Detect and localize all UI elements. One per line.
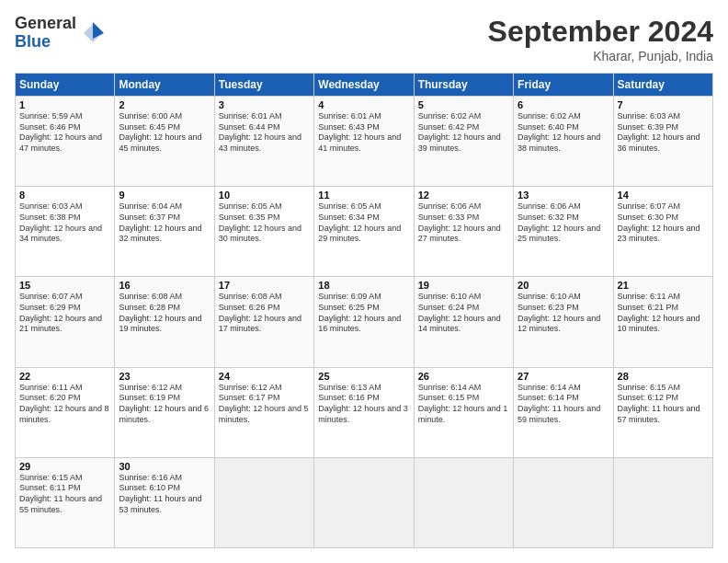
logo-icon [80, 20, 106, 46]
day-number: 8 [19, 190, 110, 201]
col-tuesday: Tuesday [214, 74, 313, 97]
day-number: 22 [19, 371, 110, 382]
day-info: Sunrise: 6:12 AMSunset: 6:17 PMDaylight:… [219, 383, 310, 426]
logo-general: General [15, 15, 76, 33]
day-number: 19 [418, 280, 509, 291]
table-row: 10Sunrise: 6:05 AMSunset: 6:35 PMDayligh… [214, 187, 313, 277]
day-info: Sunrise: 6:01 AMSunset: 6:43 PMDaylight:… [318, 111, 409, 155]
table-row: 17Sunrise: 6:08 AMSunset: 6:26 PMDayligh… [214, 277, 313, 367]
day-number: 5 [418, 99, 509, 110]
day-info: Sunrise: 6:14 AMSunset: 6:15 PMDaylight:… [418, 383, 509, 426]
day-info: Sunrise: 6:00 AMSunset: 6:45 PMDaylight:… [119, 111, 210, 155]
day-info: Sunrise: 6:12 AMSunset: 6:19 PMDaylight:… [119, 383, 210, 426]
day-info: Sunrise: 6:01 AMSunset: 6:44 PMDaylight:… [219, 111, 310, 155]
table-row: 25Sunrise: 6:13 AMSunset: 6:16 PMDayligh… [314, 367, 414, 457]
day-number: 26 [418, 371, 509, 382]
table-row [314, 457, 414, 547]
day-info: Sunrise: 6:04 AMSunset: 6:37 PMDaylight:… [119, 201, 210, 245]
calendar-row: 8Sunrise: 6:03 AMSunset: 6:38 PMDaylight… [16, 187, 713, 277]
day-number: 18 [318, 280, 409, 291]
table-row: 16Sunrise: 6:08 AMSunset: 6:28 PMDayligh… [115, 277, 214, 367]
day-info: Sunrise: 6:06 AMSunset: 6:32 PMDaylight:… [518, 201, 609, 245]
table-row: 15Sunrise: 6:07 AMSunset: 6:29 PMDayligh… [16, 277, 115, 367]
day-number: 20 [518, 280, 609, 291]
title-block: September 2024 Kharar, Punjab, India [488, 15, 713, 63]
day-info: Sunrise: 6:07 AMSunset: 6:30 PMDaylight:… [618, 201, 709, 245]
table-row [613, 457, 712, 547]
day-number: 28 [618, 371, 709, 382]
day-number: 29 [19, 461, 110, 472]
day-number: 14 [618, 190, 709, 201]
day-info: Sunrise: 6:10 AMSunset: 6:23 PMDaylight:… [518, 292, 609, 335]
day-number: 2 [119, 99, 210, 110]
calendar-row: 29Sunrise: 6:15 AMSunset: 6:11 PMDayligh… [16, 457, 713, 547]
table-row [514, 457, 613, 547]
col-friday: Friday [514, 74, 613, 97]
table-row: 18Sunrise: 6:09 AMSunset: 6:25 PMDayligh… [314, 277, 414, 367]
day-number: 9 [119, 190, 210, 201]
day-number: 4 [318, 99, 409, 110]
day-number: 23 [119, 371, 210, 382]
day-info: Sunrise: 5:59 AMSunset: 6:46 PMDaylight:… [19, 111, 110, 155]
day-info: Sunrise: 6:06 AMSunset: 6:33 PMDaylight:… [418, 201, 509, 245]
logo-blue: Blue [15, 33, 76, 52]
calendar-row: 15Sunrise: 6:07 AMSunset: 6:29 PMDayligh… [16, 277, 713, 367]
table-row: 4Sunrise: 6:01 AMSunset: 6:43 PMDaylight… [314, 97, 414, 187]
day-number: 30 [119, 461, 210, 472]
day-info: Sunrise: 6:02 AMSunset: 6:40 PMDaylight:… [518, 111, 609, 155]
day-number: 7 [618, 99, 709, 110]
day-info: Sunrise: 6:07 AMSunset: 6:29 PMDaylight:… [19, 292, 110, 335]
day-number: 13 [518, 190, 609, 201]
day-number: 10 [219, 190, 310, 201]
day-info: Sunrise: 6:16 AMSunset: 6:10 PMDaylight:… [119, 473, 210, 516]
calendar-header-row: Sunday Monday Tuesday Wednesday Thursday… [16, 74, 713, 97]
day-info: Sunrise: 6:10 AMSunset: 6:24 PMDaylight:… [418, 292, 509, 335]
header: General Blue September 2024 Kharar, Punj… [15, 15, 713, 63]
table-row: 5Sunrise: 6:02 AMSunset: 6:42 PMDaylight… [414, 97, 513, 187]
day-number: 1 [19, 99, 110, 110]
table-row: 7Sunrise: 6:03 AMSunset: 6:39 PMDaylight… [613, 97, 712, 187]
calendar-table: Sunday Monday Tuesday Wednesday Thursday… [15, 73, 713, 548]
day-number: 17 [219, 280, 310, 291]
day-info: Sunrise: 6:13 AMSunset: 6:16 PMDaylight:… [318, 383, 409, 426]
table-row: 21Sunrise: 6:11 AMSunset: 6:21 PMDayligh… [613, 277, 712, 367]
col-sunday: Sunday [16, 74, 115, 97]
day-number: 15 [19, 280, 110, 291]
table-row: 13Sunrise: 6:06 AMSunset: 6:32 PMDayligh… [514, 187, 613, 277]
page: General Blue September 2024 Kharar, Punj… [0, 0, 728, 563]
col-thursday: Thursday [414, 74, 513, 97]
day-number: 27 [518, 371, 609, 382]
table-row: 12Sunrise: 6:06 AMSunset: 6:33 PMDayligh… [414, 187, 513, 277]
month-title: September 2024 [488, 15, 713, 49]
day-number: 3 [219, 99, 310, 110]
col-saturday: Saturday [613, 74, 712, 97]
table-row: 22Sunrise: 6:11 AMSunset: 6:20 PMDayligh… [16, 367, 115, 457]
table-row: 23Sunrise: 6:12 AMSunset: 6:19 PMDayligh… [115, 367, 214, 457]
day-info: Sunrise: 6:05 AMSunset: 6:34 PMDaylight:… [318, 201, 409, 245]
table-row: 29Sunrise: 6:15 AMSunset: 6:11 PMDayligh… [16, 457, 115, 547]
day-info: Sunrise: 6:11 AMSunset: 6:20 PMDaylight:… [19, 383, 110, 426]
day-info: Sunrise: 6:05 AMSunset: 6:35 PMDaylight:… [219, 201, 310, 245]
table-row: 9Sunrise: 6:04 AMSunset: 6:37 PMDaylight… [115, 187, 214, 277]
day-number: 25 [318, 371, 409, 382]
day-number: 16 [119, 280, 210, 291]
calendar-row: 22Sunrise: 6:11 AMSunset: 6:20 PMDayligh… [16, 367, 713, 457]
day-number: 21 [618, 280, 709, 291]
day-info: Sunrise: 6:03 AMSunset: 6:38 PMDaylight:… [19, 201, 110, 245]
table-row: 30Sunrise: 6:16 AMSunset: 6:10 PMDayligh… [115, 457, 214, 547]
logo-text: General Blue [15, 15, 76, 52]
day-info: Sunrise: 6:03 AMSunset: 6:39 PMDaylight:… [618, 111, 709, 155]
table-row: 8Sunrise: 6:03 AMSunset: 6:38 PMDaylight… [16, 187, 115, 277]
table-row: 2Sunrise: 6:00 AMSunset: 6:45 PMDaylight… [115, 97, 214, 187]
day-number: 6 [518, 99, 609, 110]
table-row [414, 457, 513, 547]
location: Kharar, Punjab, India [488, 49, 713, 63]
table-row: 6Sunrise: 6:02 AMSunset: 6:40 PMDaylight… [514, 97, 613, 187]
day-info: Sunrise: 6:14 AMSunset: 6:14 PMDaylight:… [518, 383, 609, 426]
day-info: Sunrise: 6:02 AMSunset: 6:42 PMDaylight:… [418, 111, 509, 155]
day-info: Sunrise: 6:15 AMSunset: 6:12 PMDaylight:… [618, 383, 709, 426]
day-number: 12 [418, 190, 509, 201]
day-number: 11 [318, 190, 409, 201]
day-info: Sunrise: 6:08 AMSunset: 6:28 PMDaylight:… [119, 292, 210, 335]
table-row: 11Sunrise: 6:05 AMSunset: 6:34 PMDayligh… [314, 187, 414, 277]
